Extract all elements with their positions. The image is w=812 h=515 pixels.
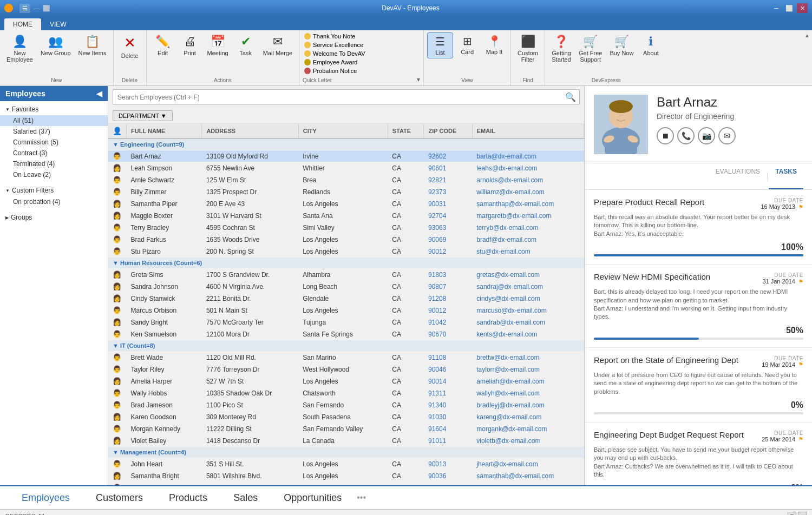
zip-link[interactable]: 90046 [428, 366, 446, 373]
about-button[interactable]: ℹ About [638, 32, 664, 58]
email-link[interactable]: bradleyj@dx-email.com [476, 401, 545, 409]
zip-link[interactable]: 90012 [428, 248, 446, 255]
zip-link[interactable]: 91108 [428, 354, 446, 361]
email-link[interactable]: brettw@dx-email.com [476, 354, 539, 361]
zip-link[interactable]: 90013 [428, 460, 446, 468]
zip-link[interactable]: 90036 [428, 472, 446, 480]
table-row[interactable]: 👨 Brad Jameson 1100 Pico St San Fernando… [108, 399, 584, 411]
sidebar-item-on-probation[interactable]: On probation (4) [0, 196, 108, 207]
table-row[interactable]: 👨 Brad Farkus 1635 Woods Drive Los Angel… [108, 234, 584, 246]
email-link[interactable]: cindys@dx-email.com [476, 295, 540, 302]
email-link[interactable]: margaretb@dx-email.com [476, 212, 551, 220]
table-row[interactable]: 👨 John Heart 351 S Hill St. Los Angeles … [108, 458, 584, 470]
col-email[interactable]: EMAIL [472, 124, 584, 138]
table-row[interactable]: 👨 Billy Zimmer 1325 Prospect Dr Redlands… [108, 186, 584, 198]
table-row[interactable]: 👨 Stu Pizaro 200 N. Spring St Los Angele… [108, 246, 584, 258]
new-group-button[interactable]: 👥 New Group [37, 32, 74, 58]
sidebar-collapse-icon[interactable]: ◀ [96, 89, 102, 98]
col-state[interactable]: STATE [388, 124, 424, 138]
zip-link[interactable]: 91042 [428, 319, 446, 326]
table-row[interactable]: 👩 Karen Goodson 309 Monterey Rd South Pa… [108, 411, 584, 423]
meeting-button[interactable]: 📅 Meeting [204, 32, 232, 58]
zip-link[interactable]: 90014 [428, 378, 446, 385]
email-link[interactable]: violetb@dx-email.com [476, 437, 540, 445]
email-link[interactable]: bradf@dx-email.com [476, 236, 536, 243]
zip-link[interactable]: 91803 [428, 271, 446, 279]
quick-letter-scroll[interactable]: ▾ [417, 76, 420, 83]
sidebar-item-all[interactable]: All (51) [0, 115, 108, 126]
table-row[interactable]: 👩 Sandy Bright 7570 McGroarty Ter Tujung… [108, 316, 584, 328]
zip-link[interactable]: 91604 [428, 425, 446, 433]
get-free-support-button[interactable]: 🛒 Get FreeSupport [575, 32, 605, 65]
email-link[interactable]: barta@dx-email.com [476, 153, 536, 160]
department-filter-button[interactable]: DEPARTMENT ▼ [113, 110, 173, 121]
quick-letter-award[interactable]: Employee Award [303, 58, 420, 66]
bottom-tab-opportunities[interactable]: Opportunities [271, 487, 355, 509]
new-employee-button[interactable]: 👤 NewEmployee [3, 32, 36, 65]
bottom-tab-customers[interactable]: Customers [83, 487, 156, 509]
group-row[interactable]: ▼ Engineering (Count=9) [108, 138, 584, 150]
group-row[interactable]: ▼ Management (Count=4) [108, 447, 584, 458]
table-row[interactable]: 👨 Bart Arnaz 13109 Old Myford Rd Irvine … [108, 150, 584, 162]
zip-link[interactable]: 90807 [428, 283, 446, 290]
list-view-button[interactable]: ☰ List [427, 32, 453, 58]
table-row[interactable]: 👩 Cindy Stanwick 2211 Bonita Dr. Glendal… [108, 293, 584, 305]
profile-stop-button[interactable]: ⏹ [657, 127, 674, 144]
zip-link[interactable]: 90031 [428, 484, 446, 486]
col-city[interactable]: CITY [298, 124, 388, 138]
mail-merge-button[interactable]: ✉ Mail Merge [260, 32, 296, 58]
bottom-tab-sales[interactable]: Sales [220, 487, 271, 509]
zip-link[interactable]: 90031 [428, 200, 446, 208]
tab-tasks[interactable]: TASKS [769, 163, 803, 189]
employee-table-container[interactable]: 👤 FULL NAME ADDRESS CITY STATE ZIP CODE … [108, 124, 584, 485]
email-link[interactable]: marcuso@dx-email.com [476, 307, 547, 314]
zip-link[interactable]: 91311 [428, 389, 446, 397]
getting-started-button[interactable]: ❓ GettingStarted [548, 32, 574, 65]
sidebar-item-on-leave[interactable]: On Leave (2) [0, 169, 108, 180]
email-link[interactable]: williamz@dx-email.com [476, 188, 545, 196]
buy-now-button[interactable]: 🛒 Buy Now [606, 32, 637, 58]
table-row[interactable]: 👨 Marcus Orbison 501 N Main St Los Angel… [108, 305, 584, 316]
table-row[interactable]: 👩 Samantha Piper 200 E Ave 43 Los Angele… [108, 198, 584, 210]
email-link[interactable]: samanthap@dx-email.com [476, 200, 554, 208]
email-link[interactable]: samanthab@dx-email.com [476, 472, 554, 480]
sidebar-favorites-header[interactable]: ▼ Favorites [0, 103, 108, 115]
print-button[interactable]: 🖨 Print [177, 32, 203, 58]
zip-link[interactable]: 93063 [428, 224, 446, 232]
sidebar-item-commission[interactable]: Commission (5) [0, 137, 108, 148]
minimize-button[interactable]: ─ [771, 3, 782, 13]
group-row[interactable]: ▼ Human Resources (Count=6) [108, 258, 584, 269]
profile-email-button[interactable]: ✉ [718, 127, 736, 144]
new-items-button[interactable]: 📋 New Items [75, 32, 110, 58]
bottom-tab-employees[interactable]: Employees [9, 487, 83, 509]
email-link[interactable]: leahs@dx-email.com [476, 164, 537, 172]
tab-view[interactable]: VIEW [41, 18, 75, 30]
ribbon-collapse-button[interactable]: ▲ [802, 30, 812, 85]
table-row[interactable]: 👩 Samantha Bright 5801 Wilshire Blvd. Lo… [108, 470, 584, 482]
table-row[interactable]: 👨 Ken Samuelson 12100 Mora Dr Santa Fe S… [108, 328, 584, 340]
table-row[interactable]: 👨 Morgan Kennedy 11222 Dilling St San Fe… [108, 423, 584, 435]
zip-link[interactable]: 91011 [428, 437, 446, 445]
zip-link[interactable]: 92821 [428, 176, 446, 184]
email-link[interactable]: gretas@dx-email.com [476, 271, 540, 279]
bottom-tab-products[interactable]: Products [156, 487, 220, 509]
email-link[interactable]: ameliah@dx-email.com [476, 378, 545, 385]
table-row[interactable]: 👩 Sandra Johnson 4600 N Virginia Ave. Lo… [108, 281, 584, 293]
zip-link[interactable]: 90601 [428, 164, 446, 172]
profile-phone-button[interactable]: 📞 [677, 127, 695, 144]
profile-video-button[interactable]: 📷 [698, 127, 715, 144]
email-link[interactable]: taylorr@dx-email.com [476, 366, 540, 373]
email-link[interactable]: kareng@dx-email.com [476, 413, 541, 421]
table-row[interactable]: 👩 Greta Sims 1700 S Grandview Dr. Alhamb… [108, 269, 584, 281]
col-full-name[interactable]: FULL NAME [127, 124, 202, 138]
card-view-button[interactable]: ⊞ Card [454, 32, 480, 57]
email-link[interactable]: arthurm@dx-email.com [476, 484, 544, 486]
table-row[interactable]: 👨 Taylor Riley 7776 Torreyson Dr West Ho… [108, 364, 584, 375]
table-row[interactable]: 👨 Arnie Schwartz 125 W Elm St Brea CA 92… [108, 174, 584, 186]
tab-home[interactable]: HOME [4, 18, 41, 30]
custom-filter-button[interactable]: ⬛ CustomFilter [514, 32, 541, 65]
map-it-button[interactable]: 📍 Map It [481, 32, 507, 57]
table-row[interactable]: 👨 Terry Bradley 4595 Cochran St Simi Val… [108, 222, 584, 234]
sidebar-item-contract[interactable]: Contract (3) [0, 148, 108, 159]
sidebar-custom-filters-header[interactable]: ▼ Custom Filters [0, 184, 108, 196]
